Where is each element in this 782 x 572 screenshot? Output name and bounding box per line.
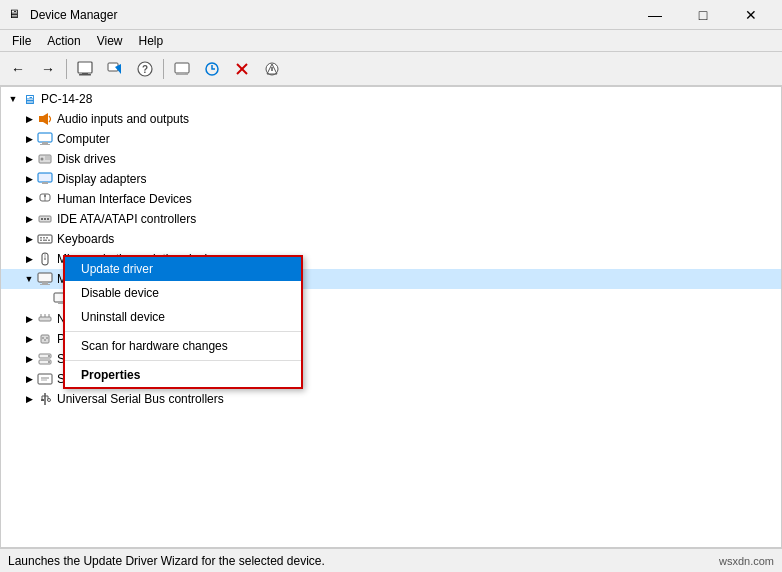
usb-label: Universal Serial Bus controllers	[57, 392, 224, 406]
svg-point-42	[44, 258, 46, 260]
svg-rect-32	[44, 218, 46, 220]
ctx-uninstall-device[interactable]: Uninstall device	[65, 305, 301, 329]
menu-file[interactable]: File	[4, 32, 39, 50]
ctx-scan-hardware-label: Scan for hardware changes	[81, 339, 228, 353]
status-brand: wsxdn.com	[719, 555, 774, 567]
svg-rect-60	[38, 374, 52, 384]
svg-point-58	[48, 355, 50, 357]
status-bar: Launches the Update Driver Wizard for th…	[0, 548, 782, 572]
svg-rect-9	[176, 74, 188, 75]
svg-point-54	[46, 337, 48, 339]
svg-rect-31	[41, 218, 43, 220]
main-content: ▼ 🖥 PC-14-28 ▶ Audio inputs and outputs …	[0, 86, 782, 548]
svg-point-68	[48, 399, 51, 402]
app-icon: 🖥	[8, 7, 24, 23]
svg-rect-39	[43, 240, 47, 242]
monitors-icon	[37, 271, 53, 287]
svg-rect-48	[39, 317, 51, 321]
help-button[interactable]: ?	[131, 56, 159, 82]
menu-help[interactable]: Help	[131, 32, 172, 50]
ctx-sep-2	[65, 360, 301, 361]
svg-rect-38	[40, 240, 42, 242]
display-icon	[37, 171, 53, 187]
svg-rect-35	[40, 237, 42, 239]
back-button[interactable]: ←	[4, 56, 32, 82]
menu-view[interactable]: View	[89, 32, 131, 50]
svg-rect-52	[41, 335, 49, 343]
ctx-uninstall-device-label: Uninstall device	[81, 310, 165, 324]
forward-button[interactable]: →	[34, 56, 62, 82]
ctx-disable-device[interactable]: Disable device	[65, 281, 301, 305]
ctx-disable-device-label: Disable device	[81, 286, 159, 300]
tree-item-computer[interactable]: ▶ Computer	[1, 129, 781, 149]
hid-icon	[37, 191, 53, 207]
ide-icon	[37, 211, 53, 227]
ctx-update-driver[interactable]: Update driver	[65, 257, 301, 281]
hid-label: Human Interface Devices	[57, 192, 192, 206]
remove-device-button[interactable]	[228, 56, 256, 82]
svg-rect-25	[38, 173, 52, 182]
system-expand-arrow: ▶	[21, 371, 37, 387]
disk-icon	[37, 151, 53, 167]
tree-root[interactable]: ▼ 🖥 PC-14-28	[1, 89, 781, 109]
update-driver-button[interactable]	[101, 56, 129, 82]
ctx-sep-1	[65, 331, 301, 332]
root-label: PC-14-28	[41, 92, 92, 106]
toolbar: ← → ?	[0, 52, 782, 86]
computer-icon: 🖥	[21, 91, 37, 107]
device-manager-button[interactable]	[168, 56, 196, 82]
svg-rect-0	[78, 62, 92, 73]
svg-point-22	[41, 158, 44, 161]
ctx-scan-hardware[interactable]: Scan for hardware changes	[65, 334, 301, 358]
tree-item-keyboards[interactable]: ▶ Keyboards	[1, 229, 781, 249]
svg-rect-33	[47, 218, 49, 220]
svg-point-59	[48, 361, 50, 363]
keyboards-label: Keyboards	[57, 232, 114, 246]
svg-rect-40	[48, 240, 50, 242]
display-expand-arrow: ▶	[21, 171, 37, 187]
svg-rect-44	[42, 282, 48, 284]
disk-expand-arrow: ▶	[21, 151, 37, 167]
maximize-button[interactable]: □	[680, 0, 726, 30]
ctx-properties[interactable]: Properties	[65, 363, 301, 387]
display-label: Display adapters	[57, 172, 146, 186]
ctx-properties-label: Properties	[81, 368, 140, 382]
menu-bar: File Action View Help	[0, 30, 782, 52]
properties-button[interactable]	[71, 56, 99, 82]
svg-rect-26	[42, 182, 48, 184]
audio-expand-arrow: ▶	[21, 111, 37, 127]
ide-label: IDE ATA/ATAPI controllers	[57, 212, 196, 226]
ide-expand-arrow: ▶	[21, 211, 37, 227]
tree-item-disk[interactable]: ▶ Disk drives	[1, 149, 781, 169]
close-button[interactable]: ✕	[728, 0, 774, 30]
context-menu: Update driver Disable device Uninstall d…	[63, 255, 303, 389]
menu-action[interactable]: Action	[39, 32, 88, 50]
audio-label: Audio inputs and outputs	[57, 112, 189, 126]
tree-item-hid[interactable]: ▶ Human Interface Devices	[1, 189, 781, 209]
svg-rect-37	[46, 237, 48, 239]
svg-point-55	[44, 339, 46, 341]
mouse-icon	[37, 251, 53, 267]
minimize-button[interactable]: —	[632, 0, 678, 30]
tree-item-usb[interactable]: ▶ Universal Serial Bus controllers	[1, 389, 781, 409]
tree-item-display[interactable]: ▶ Display adapters	[1, 169, 781, 189]
svg-text:?: ?	[142, 64, 148, 75]
title-bar-controls: — □ ✕	[632, 0, 774, 30]
svg-point-29	[44, 195, 46, 197]
ports-expand-arrow: ▶	[21, 331, 37, 347]
title-bar: 🖥 Device Manager — □ ✕	[0, 0, 782, 30]
svg-rect-43	[38, 273, 52, 282]
toolbar-sep-2	[163, 59, 164, 79]
usb-expand-arrow: ▶	[21, 391, 37, 407]
tree-item-ide[interactable]: ▶ IDE ATA/ATAPI controllers	[1, 209, 781, 229]
scan-hardware-toolbar-button[interactable]	[198, 56, 226, 82]
computer-expand-arrow: ▶	[21, 131, 37, 147]
tree-item-audio[interactable]: ▶ Audio inputs and outputs	[1, 109, 781, 129]
svg-rect-34	[38, 235, 52, 243]
disk-label: Disk drives	[57, 152, 116, 166]
add-hardware-button[interactable]	[258, 56, 286, 82]
svg-rect-67	[41, 399, 44, 401]
root-expand-arrow: ▼	[5, 91, 21, 107]
svg-rect-2	[79, 74, 91, 76]
status-message: Launches the Update Driver Wizard for th…	[8, 554, 325, 568]
